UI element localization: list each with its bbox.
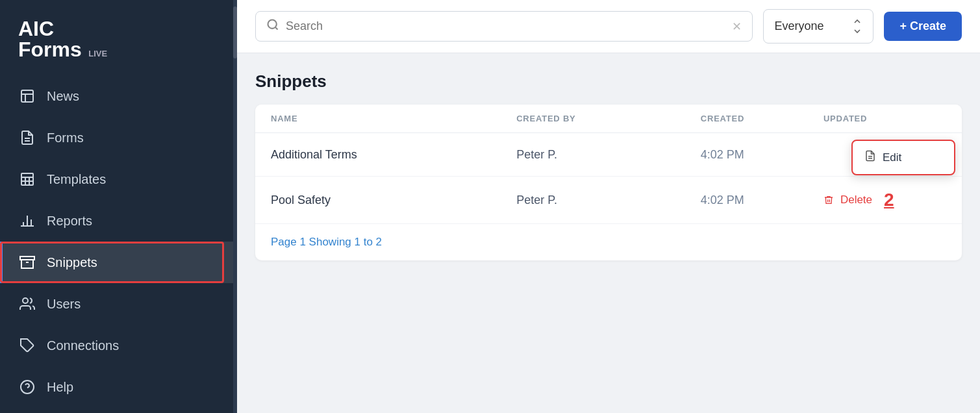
- newspaper-icon: [18, 87, 36, 105]
- svg-line-21: [275, 27, 278, 30]
- row-updated-2: Delete 2: [823, 190, 946, 210]
- search-icon: [266, 18, 279, 34]
- sidebar-item-connections[interactable]: Connections: [0, 325, 237, 366]
- sidebar-scrollbar[interactable]: [233, 0, 237, 413]
- context-menu-edit-label: Edit: [883, 151, 901, 164]
- sidebar-item-snippets-label: Snippets: [47, 255, 97, 270]
- row-created-1: 4:02 PM: [701, 148, 823, 162]
- table-row[interactable]: Additional Terms Peter P. 4:02 PM • Edit: [255, 133, 962, 177]
- sidebar-item-snippets[interactable]: Snippets: [0, 242, 237, 283]
- table-header: NAME CREATED BY CREATED UPDATED: [255, 105, 962, 133]
- svg-rect-5: [21, 173, 33, 185]
- main-content: ✕ Everyone + Create Snippets NAME CREATE…: [237, 0, 980, 413]
- sidebar-item-users[interactable]: Users: [0, 283, 237, 325]
- search-clear-button[interactable]: ✕: [732, 19, 742, 34]
- live-badge: LIVE: [88, 49, 107, 58]
- sidebar-item-help[interactable]: Help: [0, 366, 237, 408]
- annotation-number-2: 2: [884, 190, 894, 210]
- document-icon: [18, 129, 36, 147]
- app-name-line1: AIC: [18, 18, 219, 39]
- sidebar-item-news-label: News: [47, 89, 79, 104]
- svg-point-20: [268, 20, 277, 29]
- edit-icon: [864, 150, 876, 165]
- app-logo: AIC Forms LIVE: [0, 0, 237, 75]
- sidebar-nav: News Forms Templates Re: [0, 75, 237, 413]
- search-box[interactable]: ✕: [255, 11, 753, 42]
- pagination-text: Page 1 Showing 1 to 2: [271, 236, 382, 248]
- table-row[interactable]: Pool Safety Peter P. 4:02 PM Delete 2: [255, 177, 962, 224]
- col-created-by: CREATED BY: [516, 114, 701, 123]
- filter-value: Everyone: [774, 19, 823, 33]
- sidebar-item-forms-label: Forms: [47, 131, 84, 145]
- row-created-2: 4:02 PM: [701, 194, 823, 207]
- chart-bar-icon: [18, 212, 36, 230]
- sidebar-item-reports[interactable]: Reports: [0, 200, 237, 242]
- sidebar-item-reports-label: Reports: [47, 214, 92, 229]
- app-name-line2: Forms: [18, 38, 82, 61]
- sidebar-item-forms[interactable]: Forms: [0, 117, 237, 158]
- context-menu-edit[interactable]: Edit: [853, 141, 954, 174]
- help-icon: [18, 378, 36, 396]
- svg-rect-14: [20, 257, 34, 260]
- snippets-table: NAME CREATED BY CREATED UPDATED Addition…: [255, 105, 962, 260]
- sidebar-item-help-label: Help: [47, 380, 73, 395]
- row-created-by-1: Peter P.: [516, 148, 701, 162]
- sidebar: AIC Forms LIVE News Forms: [0, 0, 237, 413]
- sidebar-item-news[interactable]: News: [0, 75, 237, 117]
- context-menu: Edit: [851, 140, 955, 175]
- sidebar-item-templates[interactable]: Templates: [0, 158, 237, 200]
- col-created: CREATED: [701, 114, 823, 123]
- row-created-by-2: Peter P.: [516, 194, 701, 207]
- pagination: Page 1 Showing 1 to 2: [255, 224, 962, 260]
- col-updated: UPDATED: [823, 114, 946, 123]
- sidebar-item-templates-label: Templates: [47, 172, 106, 187]
- svg-rect-0: [21, 90, 33, 102]
- puzzle-icon: [18, 336, 36, 355]
- sidebar-scroll-thumb[interactable]: [233, 6, 237, 58]
- delete-label: Delete: [840, 194, 872, 206]
- user-group-icon: [18, 295, 36, 313]
- delete-row-item[interactable]: Delete: [823, 194, 872, 206]
- sidebar-item-connections-label: Connections: [47, 338, 119, 353]
- page-title: Snippets: [255, 71, 962, 92]
- content-area: Snippets NAME CREATED BY CREATED UPDATED…: [237, 53, 980, 413]
- chevron-up-down-icon: [852, 16, 862, 36]
- create-button[interactable]: + Create: [884, 12, 962, 41]
- search-input[interactable]: [286, 19, 725, 33]
- col-name: NAME: [271, 114, 516, 123]
- sidebar-item-snippets-wrapper: Snippets 1: [0, 242, 237, 283]
- header-bar: ✕ Everyone + Create: [237, 0, 980, 53]
- archive-icon: [18, 253, 36, 271]
- filter-select[interactable]: Everyone: [763, 9, 873, 44]
- row-name-1: Additional Terms: [271, 148, 516, 162]
- table-icon: [18, 170, 36, 188]
- trash-icon: [823, 195, 834, 205]
- row-name-2: Pool Safety: [271, 194, 516, 207]
- sidebar-item-users-label: Users: [47, 297, 81, 312]
- svg-point-16: [23, 298, 28, 303]
